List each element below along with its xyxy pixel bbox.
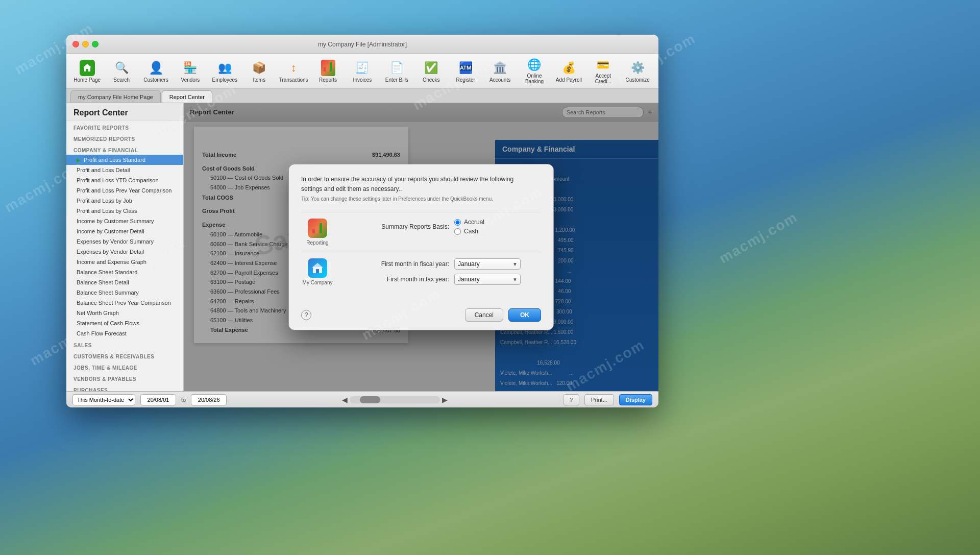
- reporting-icon: [308, 219, 327, 238]
- date-to-input[interactable]: [191, 394, 227, 405]
- setup-dialog: In order to ensure the accuracy of your …: [288, 164, 554, 331]
- toolbar-label-vendors: Vendors: [181, 77, 200, 83]
- toolbar-btn-invoices[interactable]: 🧾 Invoices: [346, 57, 379, 86]
- dialog-footer: ? Cancel OK: [289, 303, 553, 330]
- sidebar-item-income-graph[interactable]: Income and Expense Graph: [66, 257, 183, 267]
- toolbar-btn-checks[interactable]: ✅ Checks: [414, 57, 448, 86]
- toolbar-label-items: Items: [253, 77, 265, 83]
- close-button[interactable]: [72, 41, 79, 47]
- help-bottom-button[interactable]: ?: [563, 394, 579, 405]
- online-banking-icon: 🌐: [527, 58, 541, 71]
- toolbar-btn-reports[interactable]: Reports: [311, 57, 345, 86]
- summary-basis-label: Summary Reports Basis:: [342, 223, 449, 230]
- register-icon: 🏧: [459, 61, 473, 75]
- accept-credit-icon: 💳: [597, 59, 609, 71]
- dialog-intro-text: In order to ensure the accuracy of your …: [301, 175, 541, 204]
- toolbar-btn-enter-bills[interactable]: 📄 Enter Bills: [380, 57, 413, 86]
- sidebar-item-pnl-ytd[interactable]: Profit and Loss YTD Comparison: [66, 175, 183, 185]
- toolbar-btn-online-banking[interactable]: 🌐 Online Banking: [518, 57, 551, 86]
- toolbar-btn-search[interactable]: 🔍 Search: [105, 57, 138, 86]
- sidebar-item-pnl-job[interactable]: Profit and Loss by Job: [66, 196, 183, 206]
- toolbar-btn-add-payroll[interactable]: 💰 Add Payroll: [552, 57, 585, 86]
- cash-radio-label[interactable]: Cash: [454, 228, 484, 235]
- sidebar-item-cash-forecast[interactable]: Cash Flow Forecast: [66, 328, 183, 339]
- toolbar-label-employees: Employees: [212, 77, 237, 83]
- sidebar-item-pnl-class[interactable]: Profit and Loss by Class: [66, 206, 183, 216]
- maximize-button[interactable]: [92, 41, 99, 47]
- sidebar-item-income-summary[interactable]: Income by Customer Summary: [66, 216, 183, 226]
- toolbar: Home Page 🔍 Search 👤 Customers 🏪 Vendors: [66, 54, 658, 89]
- transactions-icon: ↕️: [291, 61, 297, 75]
- dialog-overlay: In order to ensure the accuracy of your …: [184, 103, 658, 391]
- sidebar-item-cash-flows[interactable]: Statement of Cash Flows: [66, 318, 183, 328]
- date-from-input[interactable]: [140, 394, 176, 405]
- summary-basis-row: Summary Reports Basis: Accrual: [342, 219, 541, 235]
- toolbar-btn-transactions[interactable]: ↕️ Transactions: [277, 57, 310, 86]
- fiscal-year-select-wrap: January February March April May June Ju…: [454, 258, 521, 270]
- toolbar-btn-vendors[interactable]: 🏪 Vendors: [174, 57, 207, 86]
- tax-year-select[interactable]: January February March April May June Ju…: [454, 274, 521, 285]
- invoices-icon: 🧾: [355, 61, 369, 75]
- home-icon: [80, 60, 95, 76]
- fiscal-year-select[interactable]: January February March April May June Ju…: [454, 258, 521, 270]
- sidebar-item-balance-standard[interactable]: Balance Sheet Standard: [66, 267, 183, 277]
- accrual-radio[interactable]: [454, 219, 461, 226]
- scroll-left-button[interactable]: ◀: [342, 396, 348, 404]
- svg-rect-4: [316, 226, 318, 233]
- toolbar-btn-employees[interactable]: 👥 Employees: [208, 57, 241, 86]
- reporting-icon-label: Reporting: [306, 240, 328, 246]
- customers-icon: 👤: [149, 61, 164, 75]
- svg-rect-1: [327, 64, 329, 71]
- print-button[interactable]: Print...: [584, 394, 614, 405]
- traffic-lights: [72, 41, 99, 47]
- scroll-right-button[interactable]: ▶: [442, 396, 448, 404]
- toolbar-label-accept-credit: Accept Credi...: [589, 73, 618, 84]
- sidebar-item-pnl-standard[interactable]: ▶ Profit and Loss Standard: [66, 155, 183, 165]
- help-button[interactable]: ?: [301, 310, 311, 320]
- toolbar-btn-accept-credit[interactable]: 💳 Accept Credi...: [586, 57, 620, 86]
- cash-radio[interactable]: [454, 228, 461, 235]
- svg-rect-0: [324, 67, 326, 71]
- sidebar-item-balance-summary[interactable]: Balance Sheet Summary: [66, 287, 183, 298]
- toolbar-btn-accounts[interactable]: 🏛️ Accounts: [483, 57, 517, 86]
- display-button[interactable]: Display: [619, 394, 652, 405]
- tab-home[interactable]: my Company File Home Page: [70, 90, 161, 103]
- sidebar-item-expenses-summary[interactable]: Expenses by Vendor Summary: [66, 236, 183, 247]
- sidebar-section-jobs: JOBS, TIME & MILEAGE: [66, 361, 183, 372]
- scroll-area: ◀ ▶: [342, 396, 447, 404]
- fiscal-year-label: First month in fiscal year:: [342, 260, 449, 268]
- ok-button[interactable]: OK: [508, 308, 541, 322]
- main-content: Report Center FAVORITE REPORTS MEMORIZED…: [66, 103, 658, 391]
- svg-rect-3: [312, 229, 315, 233]
- cash-label: Cash: [464, 228, 478, 235]
- sidebar-item-pnl-prev[interactable]: Profit and Loss Prev Year Comparison: [66, 185, 183, 196]
- toolbar-btn-customers[interactable]: 👤 Customers: [139, 57, 173, 86]
- tax-year-select-wrap: January February March April May June Ju…: [454, 274, 521, 285]
- toolbar-btn-register[interactable]: 🏧 Register: [449, 57, 482, 86]
- accrual-radio-label[interactable]: Accrual: [454, 219, 484, 226]
- toolbar-btn-customize[interactable]: ⚙️ Customize: [621, 57, 654, 86]
- tab-report-center[interactable]: Report Center: [162, 90, 212, 103]
- sidebar-item-income-detail[interactable]: Income by Customer Detail: [66, 226, 183, 236]
- tax-year-label: First month in tax year:: [342, 276, 449, 283]
- minimize-button[interactable]: [82, 41, 89, 47]
- toolbar-label-checks: Checks: [423, 77, 439, 83]
- date-range-select[interactable]: This Month-to-date This Month Last Month…: [72, 394, 135, 405]
- toolbar-label-transactions: Transactions: [279, 77, 308, 83]
- toolbar-btn-home-page[interactable]: Home Page: [70, 57, 104, 86]
- toolbar-btn-items[interactable]: 📦 Items: [242, 57, 276, 86]
- sidebar-item-pnl-detail[interactable]: Profit and Loss Detail: [66, 165, 183, 175]
- sidebar-item-expenses-detail[interactable]: Expenses by Vendor Detail: [66, 247, 183, 257]
- sidebar-section-memorized: MEMORIZED REPORTS: [66, 132, 183, 143]
- scroll-thumb[interactable]: [360, 396, 380, 403]
- sidebar-item-balance-prev[interactable]: Balance Sheet Prev Year Comparison: [66, 298, 183, 308]
- svg-rect-8: [316, 269, 319, 273]
- sidebar-item-net-worth[interactable]: Net Worth Graph: [66, 308, 183, 318]
- accounts-icon: 🏛️: [493, 61, 507, 75]
- tab-bar: my Company File Home Page Report Center: [66, 89, 658, 103]
- scroll-track[interactable]: [350, 396, 439, 403]
- sidebar-item-balance-detail[interactable]: Balance Sheet Detail: [66, 277, 183, 287]
- toolbar-label-accounts: Accounts: [489, 77, 510, 83]
- sidebar-section-purchases: PURCHASES: [66, 383, 183, 391]
- cancel-button[interactable]: Cancel: [465, 308, 503, 322]
